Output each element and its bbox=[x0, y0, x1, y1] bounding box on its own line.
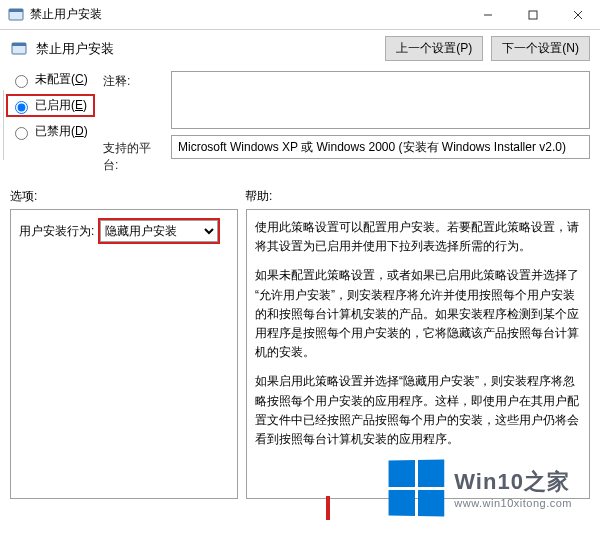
close-button[interactable] bbox=[555, 0, 600, 29]
field-values bbox=[171, 71, 590, 174]
minimize-button[interactable] bbox=[465, 0, 510, 29]
help-text: 如果未配置此策略设置，或者如果已启用此策略设置并选择了“允许用户安装”，则安装程… bbox=[255, 266, 581, 362]
behavior-select[interactable]: 隐藏用户安装 bbox=[100, 220, 218, 242]
window-controls bbox=[465, 0, 600, 29]
platform-field bbox=[171, 135, 590, 159]
help-panel: 使用此策略设置可以配置用户安装。若要配置此策略设置，请将其设置为已启用并使用下拉… bbox=[246, 209, 590, 499]
comment-label: 注释: bbox=[103, 73, 163, 90]
edge-decoration bbox=[0, 90, 4, 160]
help-label: 帮助: bbox=[245, 188, 590, 205]
state-radio-group: 未配置(C) 已启用(E) 已禁用(D) bbox=[10, 71, 95, 174]
options-label: 选项: bbox=[10, 188, 245, 205]
svg-rect-7 bbox=[12, 43, 26, 46]
radio-enabled[interactable]: 已启用(E) bbox=[10, 97, 91, 114]
radio-label: 未配置 bbox=[35, 72, 71, 86]
comment-input[interactable] bbox=[171, 71, 590, 129]
field-labels: 注释: 支持的平台: bbox=[103, 71, 163, 174]
help-text: 如果启用此策略设置并选择“隐藏用户安装”，则安装程序将忽略按照每个用户安装的应用… bbox=[255, 372, 581, 449]
platform-label: 支持的平台: bbox=[103, 140, 163, 174]
radio-label: 已启用 bbox=[35, 98, 71, 112]
highlight-box: 已启用(E) bbox=[6, 94, 95, 117]
svg-rect-3 bbox=[529, 11, 537, 19]
header-row: 禁止用户安装 上一个设置(P) 下一个设置(N) bbox=[10, 36, 590, 61]
lower-panels: 用户安装行为: 隐藏用户安装 使用此策略设置可以配置用户安装。若要配置此策略设置… bbox=[10, 209, 590, 499]
radio-label: 已禁用 bbox=[35, 124, 71, 138]
radio-enabled-input[interactable] bbox=[15, 101, 28, 114]
policy-title: 禁止用户安装 bbox=[36, 40, 377, 58]
highlight-marker bbox=[326, 496, 330, 520]
highlight-box: 隐藏用户安装 bbox=[98, 218, 220, 244]
radio-disabled[interactable]: 已禁用(D) bbox=[10, 123, 95, 140]
policy-icon bbox=[10, 40, 28, 58]
svg-rect-1 bbox=[9, 9, 23, 12]
section-labels: 选项: 帮助: bbox=[10, 188, 590, 205]
help-text: 使用此策略设置可以配置用户安装。若要配置此策略设置，请将其设置为已启用并使用下拉… bbox=[255, 218, 581, 256]
window-title: 禁止用户安装 bbox=[30, 6, 465, 23]
prev-setting-button[interactable]: 上一个设置(P) bbox=[385, 36, 483, 61]
options-panel: 用户安装行为: 隐藏用户安装 bbox=[10, 209, 238, 499]
radio-not-configured[interactable]: 未配置(C) bbox=[10, 71, 95, 88]
maximize-button[interactable] bbox=[510, 0, 555, 29]
radio-disabled-input[interactable] bbox=[15, 127, 28, 140]
radio-not-configured-input[interactable] bbox=[15, 75, 28, 88]
policy-icon bbox=[8, 7, 24, 23]
next-setting-button[interactable]: 下一个设置(N) bbox=[491, 36, 590, 61]
title-bar: 禁止用户安装 bbox=[0, 0, 600, 30]
config-area: 未配置(C) 已启用(E) 已禁用(D) 注释: 支持的平台: bbox=[10, 71, 590, 174]
behavior-label: 用户安装行为: bbox=[19, 223, 94, 240]
